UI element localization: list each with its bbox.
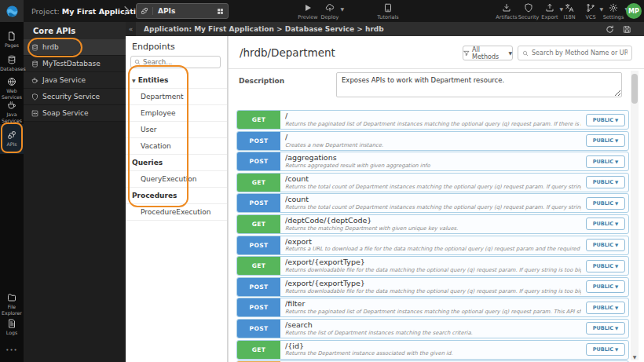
chevron-down-icon: ▼ — [615, 305, 618, 310]
method-badge: GET — [237, 111, 280, 129]
scrollbar-down-arrow[interactable]: ▼ — [631, 353, 639, 360]
endpoint-row[interactable]: GET/deptCode/{deptCode}Returns the match… — [236, 214, 629, 234]
chevron-down-icon: ▼ — [615, 159, 618, 164]
visibility-dropdown[interactable]: PUBLIC▼ — [586, 322, 625, 335]
tree-node-queries[interactable]: Queries — [126, 155, 227, 171]
visibility-label: PUBLIC — [593, 305, 613, 311]
endpoint-row[interactable]: POST/filterReturns the paginated list of… — [236, 298, 629, 317]
sidebar-item-pages[interactable]: Pages — [0, 30, 24, 49]
method-search[interactable] — [518, 46, 632, 60]
endpoint-row[interactable]: GET/{id}Returns the Department instance … — [236, 340, 629, 360]
core-api-item-security-service[interactable]: Security Service — [24, 89, 126, 105]
method-badge: POST — [237, 194, 280, 212]
sidebar-item-databases[interactable]: Databases — [0, 53, 24, 72]
app-logo[interactable] — [0, 0, 24, 22]
tree-node-employee[interactable]: Employee — [126, 105, 227, 122]
tree-node-label: Procedures — [132, 192, 177, 199]
sidebar-item-web-services[interactable]: Web Services — [0, 75, 24, 101]
visibility-label: PUBLIC — [593, 346, 613, 353]
sidebar-item-apis[interactable]: APIs — [0, 124, 24, 154]
api-icon — [137, 7, 153, 15]
visibility-label: PUBLIC — [593, 283, 613, 290]
database-icon — [7, 55, 16, 64]
tree-node-procedures[interactable]: Procedures — [126, 188, 227, 204]
endpoint-path: /count — [285, 196, 581, 204]
database-icon — [31, 60, 38, 68]
visibility-dropdown[interactable]: PUBLIC▼ — [586, 239, 625, 251]
visibility-dropdown[interactable]: PUBLIC▼ — [586, 280, 625, 293]
endpoints-search[interactable] — [130, 56, 221, 68]
topbar-button-label: Security — [518, 14, 540, 20]
service-selector[interactable]: APIs — [136, 3, 229, 19]
search-icon — [134, 59, 141, 65]
endpoint-row[interactable]: GET/countReturns the total count of Depa… — [236, 173, 629, 192]
topbar-button-i18n[interactable]: I18N — [558, 3, 580, 20]
endpoint-row[interactable]: POST/Creates a new Department instance.P… — [236, 131, 629, 151]
visibility-label: PUBLIC — [593, 325, 613, 331]
shield-icon — [524, 3, 533, 13]
core-api-item-java-service[interactable]: Java Service — [24, 72, 126, 89]
play-icon — [303, 3, 313, 13]
visibility-dropdown[interactable]: PUBLIC▼ — [586, 176, 625, 188]
description-textarea[interactable]: Exposes APIs to work with Department res… — [336, 72, 622, 97]
visibility-dropdown[interactable]: PUBLIC▼ — [586, 218, 625, 230]
method-badge: POST — [237, 298, 280, 316]
endpoint-row[interactable]: GET/export/{exportType}Returns downloada… — [236, 256, 629, 276]
endpoint-row[interactable]: POST/exportReturns a URL to download a f… — [236, 236, 629, 255]
tree-node-vacation[interactable]: Vacation — [126, 138, 227, 155]
core-apis-panel: Core APIs hrdbMyTestDatabaseJava Service… — [24, 22, 126, 362]
grid-icon[interactable] — [217, 8, 224, 15]
endpoint-row[interactable]: POST/searchReturns the list of Departmen… — [236, 319, 629, 338]
coffee-icon — [7, 101, 16, 110]
endpoint-row[interactable]: POST/countReturns the total count of Dep… — [236, 193, 629, 213]
visibility-dropdown[interactable]: PUBLIC▼ — [586, 260, 625, 272]
visibility-label: PUBLIC — [593, 263, 613, 269]
save-icon[interactable] — [623, 25, 631, 34]
page-title: /hrdb/Department — [240, 46, 335, 59]
endpoint-row[interactable]: POST/export/{exportType}Returns download… — [236, 277, 629, 297]
top-bar: Project: My First Application APIs Previ… — [0, 0, 644, 22]
endpoint-row[interactable]: POST/aggregationsReturns aggregated resu… — [236, 152, 629, 171]
endpoint-path: /aggregations — [285, 154, 581, 163]
sidebar-item-logs[interactable]: Logs — [0, 317, 24, 336]
tree-node-user[interactable]: User — [126, 122, 227, 138]
tree-node-label: Vacation — [141, 142, 171, 150]
refresh-icon[interactable] — [606, 25, 614, 34]
method-filter-dropdown[interactable]: All Methods ▼ — [463, 46, 513, 60]
core-api-item-soap-service[interactable]: Soap Service — [24, 105, 126, 122]
endpoint-row[interactable]: GET/Returns the paginated list of Depart… — [236, 110, 629, 130]
visibility-dropdown[interactable]: PUBLIC▼ — [586, 155, 625, 168]
visibility-dropdown[interactable]: PUBLIC▼ — [586, 134, 625, 147]
endpoints-search-input[interactable] — [143, 58, 214, 66]
topbar-button-settings[interactable]: ▼Settings — [599, 3, 628, 20]
core-api-item-hrdb[interactable]: hrdb — [24, 39, 126, 56]
topbar-button-tutorials[interactable]: Tutorials — [372, 3, 404, 20]
tree-node-procedureexecution[interactable]: ProcedureExecution — [126, 204, 227, 221]
core-api-item-mytestdatabase[interactable]: MyTestDatabase — [24, 56, 126, 72]
method-badge: POST — [237, 152, 280, 170]
tree-node-queryexecution[interactable]: QueryExecution — [126, 171, 227, 188]
method-search-input[interactable] — [532, 49, 628, 57]
endpoint-path: /{id} — [285, 342, 581, 351]
endpoint-path: /count — [285, 175, 581, 184]
visibility-dropdown[interactable]: PUBLIC▼ — [586, 197, 625, 210]
scrollbar-thumb[interactable] — [631, 74, 638, 104]
rail-item-label: File Explorer — [0, 304, 24, 316]
visibility-dropdown[interactable]: PUBLIC▼ — [586, 302, 625, 314]
collapse-panel-button[interactable]: « — [126, 22, 136, 36]
more-options-button[interactable]: ••• — [0, 347, 24, 353]
sidebar-item-file-explorer[interactable]: File Explorer — [0, 291, 24, 316]
endpoint-path: /export/{exportType} — [285, 280, 581, 288]
visibility-dropdown[interactable]: PUBLIC▼ — [586, 343, 625, 356]
vertical-scrollbar[interactable]: ▼ — [631, 71, 639, 360]
page-icon — [7, 31, 16, 41]
tree-node-entities[interactable]: ▼Entities — [126, 72, 227, 89]
topbar-button-deploy[interactable]: ▼Deploy — [317, 3, 343, 20]
tree-node-department[interactable]: Department — [126, 89, 227, 105]
sidebar-item-java-services[interactable]: Java Services — [0, 99, 24, 124]
method-badge: POST — [237, 278, 280, 296]
user-avatar[interactable]: MP — [626, 3, 642, 19]
chevron-down-icon: ▼ — [615, 347, 618, 352]
visibility-dropdown[interactable]: PUBLIC▼ — [586, 114, 625, 126]
endpoint-info: /deptCode/{deptCode}Returns the matching… — [280, 215, 586, 233]
